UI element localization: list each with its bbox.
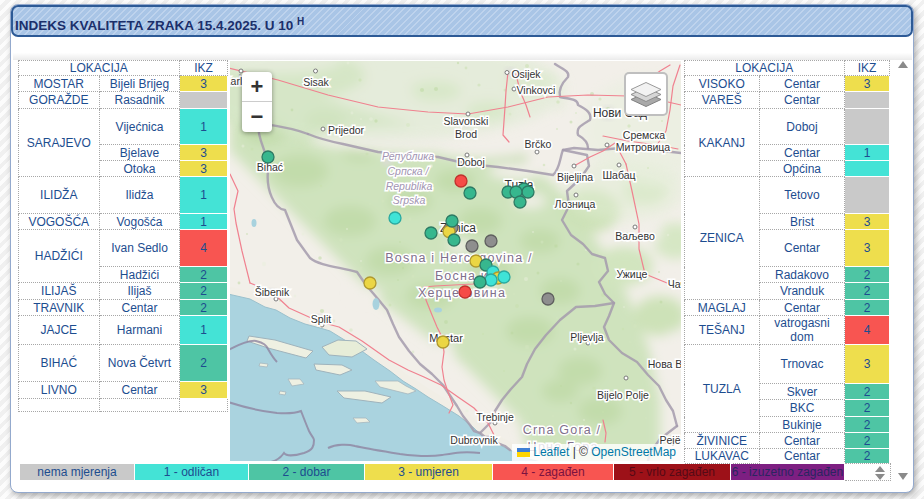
svg-text:Osijek: Osijek: [511, 68, 541, 80]
svg-text:Šibenik: Šibenik: [255, 286, 290, 298]
svg-text:Bosna i Hercegovina /: Bosna i Hercegovina /: [385, 251, 533, 265]
svg-text:Шабац: Шабац: [602, 169, 635, 181]
svg-text:Чачак: Чачак: [668, 278, 681, 290]
svg-text:Лозница: Лозница: [555, 198, 596, 210]
svg-text:Prijedor: Prijedor: [328, 124, 365, 136]
svg-text:Republika: Republika: [386, 180, 433, 192]
svg-text:Brčko: Brčko: [525, 138, 552, 150]
svg-text:Нова Варош: Нова Варош: [648, 358, 681, 370]
svg-text:Митровица: Митровица: [616, 141, 671, 153]
svg-text:Република: Република: [382, 150, 434, 162]
svg-text:Srpska: Srpska: [393, 194, 426, 206]
svg-text:Crna Gora /: Crna Gora /: [523, 423, 602, 437]
svg-text:Bijelo Polje: Bijelo Polje: [597, 389, 649, 401]
svg-text:Сремска: Сремска: [623, 129, 666, 141]
svg-text:Sisak: Sisak: [303, 76, 329, 88]
svg-text:Vinkovci: Vinkovci: [517, 84, 556, 96]
svg-text:Doboj: Doboj: [457, 156, 484, 168]
svg-text:Pljevlja: Pljevlja: [570, 331, 603, 343]
svg-text:Slavonski: Slavonski: [444, 115, 489, 127]
svg-text:Split: Split: [311, 313, 332, 325]
svg-text:Ваљево: Ваљево: [615, 230, 655, 242]
svg-text:Српска /: Српска /: [387, 165, 429, 177]
svg-text:Ужице: Ужице: [617, 268, 648, 280]
svg-text:Dubrovnik: Dubrovnik: [450, 434, 498, 446]
svg-text:Bijeljina: Bijeljina: [557, 171, 593, 183]
svg-text:Trebinje: Trebinje: [476, 411, 514, 423]
svg-text:Brod: Brod: [455, 128, 477, 140]
